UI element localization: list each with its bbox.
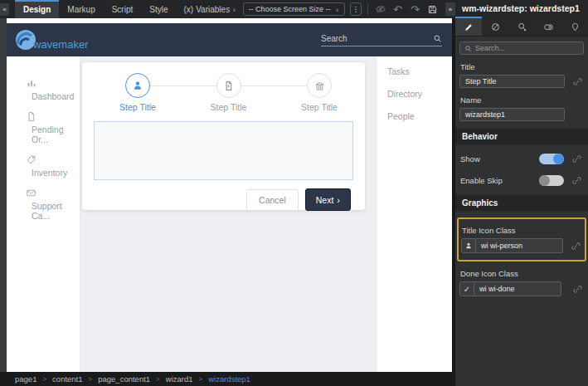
preview-eye-off-icon[interactable] [374, 3, 386, 16]
search-icon [464, 45, 472, 52]
wizard-step-1[interactable]: Step Title [113, 73, 163, 112]
title-field-row [459, 75, 584, 88]
canvas-left-strip [0, 18, 7, 372]
tab-markup[interactable]: Markup [59, 0, 103, 18]
variables-icon: (x) [184, 5, 194, 14]
app-header[interactable]: wavemaker Search [7, 23, 452, 56]
toggle-knob [539, 175, 550, 186]
bind-link-icon[interactable] [573, 285, 582, 294]
chevron-down-icon: ∨ [232, 7, 236, 12]
step-title: Step Title [204, 102, 254, 112]
collapse-left-icon[interactable]: « [0, 3, 9, 16]
step-circle[interactable] [216, 73, 241, 98]
panel-title: wm-wizardstep: wizardstep1 [455, 0, 588, 17]
breadcrumb: page1 > content1 > page_content1 > wizar… [0, 372, 455, 386]
screen-size-select[interactable]: -- Choose Screen Size -- ∨ [243, 2, 345, 16]
list-item-people[interactable]: People [387, 111, 452, 121]
variables-menu[interactable]: (x) Variables ∨ [184, 5, 236, 14]
more-options-icon[interactable]: ⋮ [350, 2, 362, 16]
wizard-actions: Cancel Next › [82, 180, 365, 211]
pencil-icon [464, 22, 474, 32]
breadcrumb-content1[interactable]: content1 [52, 374, 82, 384]
document-icon [26, 111, 36, 122]
bind-link-icon[interactable] [572, 154, 581, 164]
sidebar-item-label: Inventory [32, 168, 80, 178]
panel-tab-bar [455, 17, 588, 37]
variables-label: Variables [196, 5, 230, 14]
check-icon: ✓ [459, 281, 474, 296]
sidebar-item-inventory[interactable]: Inventory [7, 154, 80, 178]
app-sidebar: Dashboard Pending Or... Inventory S [7, 56, 80, 372]
app-search-field[interactable]: Search [321, 34, 442, 46]
breadcrumb-wizard1[interactable]: wizard1 [166, 374, 193, 384]
title-icon-class-input[interactable] [475, 238, 563, 253]
studio-toolbar: « Design Markup Script Style (x) Variabl… [0, 0, 455, 18]
breadcrumb-separator: > [156, 375, 160, 383]
sidebar-item-dashboard[interactable]: Dashboard [7, 77, 80, 101]
title-icon-class-group-highlighted: Title Icon Class [457, 217, 586, 261]
properties-panel: wm-wizardstep: wizardstep1 Ti [455, 0, 588, 386]
bind-link-icon[interactable] [571, 242, 581, 251]
app-body: Dashboard Pending Or... Inventory S [7, 56, 452, 372]
breadcrumb-page1[interactable]: page1 [15, 374, 36, 384]
tab-device[interactable] [535, 17, 561, 36]
step-title: Step Title [113, 102, 163, 112]
properties-search-box[interactable] [459, 42, 584, 55]
app-main-area: Step Title Step Title [80, 56, 377, 372]
tab-design[interactable]: Design [15, 0, 59, 18]
title-input[interactable] [459, 75, 565, 88]
sidebar-item-support-cases[interactable]: Support Ca... [7, 188, 80, 221]
bind-link-icon[interactable] [573, 77, 582, 86]
title-field-label: Title [460, 62, 583, 71]
breadcrumb-wizardstep1[interactable]: wizardstep1 [208, 374, 250, 384]
chevron-down-icon: ∨ [336, 7, 339, 12]
properties-search-input[interactable] [475, 44, 579, 52]
bind-link-icon[interactable] [572, 176, 581, 185]
wizard-step-3[interactable]: Step Title [294, 73, 344, 112]
done-icon-class-row: ✓ [459, 281, 584, 296]
enable-skip-toggle[interactable] [539, 175, 564, 186]
enable-skip-toggle-row: Enable Skip [459, 173, 584, 188]
list-item-tasks[interactable]: Tasks [387, 66, 452, 76]
tab-properties[interactable] [455, 17, 482, 36]
design-canvas[interactable]: wavemaker Search Dashboard [7, 18, 452, 372]
enable-skip-label: Enable Skip [460, 176, 539, 185]
breadcrumb-page-content1[interactable]: page_content1 [98, 374, 150, 384]
wizard-step-2[interactable]: Step Title [204, 73, 254, 112]
name-field-row [459, 108, 584, 121]
step-circle[interactable] [307, 73, 332, 98]
tab-marker[interactable] [561, 17, 588, 36]
wizard-widget[interactable]: Step Title Step Title [82, 62, 365, 210]
show-toggle[interactable] [539, 154, 564, 164]
person-icon [461, 238, 476, 253]
redo-icon[interactable]: ↷ [409, 3, 421, 16]
search-icon [433, 34, 442, 43]
sidebar-item-pending-orders[interactable]: Pending Or... [7, 111, 80, 144]
wizard-step-content[interactable] [94, 121, 353, 180]
pin-icon [570, 22, 581, 32]
save-icon[interactable] [426, 3, 439, 16]
tab-styles[interactable] [482, 17, 508, 36]
toolbar-right-group: (x) Variables ∨ -- Choose Screen Size --… [184, 2, 455, 16]
step-title: Step Title [294, 102, 344, 112]
next-button[interactable]: Next › [305, 188, 351, 211]
bank-icon [314, 81, 325, 91]
tab-style[interactable]: Style [141, 0, 176, 18]
cancel-button[interactable]: Cancel [246, 189, 299, 211]
done-icon-class-input[interactable] [474, 281, 561, 296]
app-search-label: Search [321, 34, 433, 43]
expand-panel-icon[interactable]: » [445, 2, 455, 16]
sidebar-item-label: Dashboard [32, 91, 80, 101]
name-input[interactable] [459, 108, 565, 121]
undo-icon[interactable]: ↶ [391, 3, 404, 16]
step-circle[interactable] [125, 73, 150, 98]
tab-script[interactable]: Script [104, 0, 142, 18]
done-icon-class-label: Done Icon Class [460, 269, 583, 278]
tab-advanced-search[interactable] [508, 17, 535, 36]
list-item-directory[interactable]: Directory [387, 89, 452, 99]
breadcrumb-separator: > [199, 375, 203, 383]
wizard-steps: Step Title Step Title [82, 62, 365, 112]
section-behavior: Behavior [455, 129, 588, 144]
breadcrumb-separator: > [42, 375, 46, 383]
canvas-row: wavemaker Search Dashboard [0, 18, 455, 372]
